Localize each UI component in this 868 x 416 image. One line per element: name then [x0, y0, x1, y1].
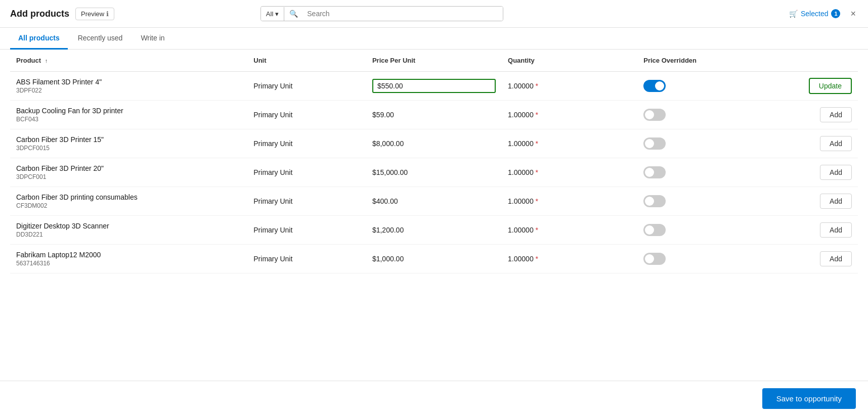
- quantity-value: 1.00000: [508, 82, 534, 90]
- override-cell: [637, 72, 756, 101]
- unit-value: Primary Unit: [253, 168, 292, 176]
- price-cell: $59.00: [366, 101, 502, 129]
- add-button[interactable]: Add: [820, 194, 852, 209]
- quantity-cell: 1.00000 *: [502, 101, 637, 129]
- col-header-price[interactable]: Price Per Unit: [366, 50, 502, 72]
- quantity-cell: 1.00000 *: [502, 158, 637, 187]
- price-override-toggle[interactable]: [643, 224, 666, 236]
- table-row: Digitizer Desktop 3D ScannerDD3D221Prima…: [10, 216, 858, 245]
- col-header-unit[interactable]: Unit: [247, 50, 366, 72]
- tab-recently-used[interactable]: Recently used: [70, 28, 131, 50]
- unit-value: Primary Unit: [253, 82, 292, 90]
- price-override-toggle[interactable]: [643, 166, 666, 178]
- required-star: *: [536, 140, 538, 148]
- quantity-value: 1.00000: [508, 168, 534, 176]
- price-cell: $1,000.00: [366, 245, 502, 273]
- product-code: CF3DM002: [16, 202, 241, 209]
- unit-cell: Primary Unit: [247, 101, 366, 129]
- product-code: BCF043: [16, 116, 241, 123]
- price-value: $59.00: [372, 111, 394, 119]
- product-code: 3DPCF0015: [16, 145, 241, 152]
- toggle-slider: [643, 195, 666, 207]
- override-cell: [637, 101, 756, 129]
- product-name: ABS Filament 3D Printer 4": [16, 78, 241, 86]
- quantity-value: 1.00000: [508, 197, 534, 205]
- toggle-slider: [643, 224, 666, 236]
- product-name: Backup Cooling Fan for 3D printer: [16, 107, 241, 115]
- table-row: Carbon Fiber 3D Printer 15"3DPCF0015Prim…: [10, 129, 858, 158]
- table-row: Carbon Fiber 3D Printer 20"3DPCF001Prima…: [10, 158, 858, 187]
- table-header-row: Product ↑ Unit Price Per Unit Quantity P…: [10, 50, 858, 72]
- save-to-opportunity-button[interactable]: Save to opportunity: [762, 388, 856, 409]
- tab-write-in[interactable]: Write in: [133, 28, 172, 50]
- product-cell: Fabrikam Laptop12 M20005637146316: [10, 245, 247, 273]
- required-star: *: [536, 255, 538, 263]
- price-override-toggle[interactable]: [643, 253, 666, 265]
- info-icon: ℹ: [106, 10, 109, 18]
- search-filter-dropdown[interactable]: All ▾: [261, 7, 284, 21]
- quantity-cell: 1.00000 *: [502, 216, 637, 245]
- action-cell: Add: [756, 187, 858, 216]
- tab-all-products[interactable]: All products: [10, 28, 68, 50]
- toggle-slider: [643, 137, 666, 150]
- action-cell: Add: [756, 158, 858, 187]
- action-cell: Add: [756, 101, 858, 129]
- unit-value: Primary Unit: [253, 111, 292, 119]
- close-button[interactable]: ×: [848, 7, 858, 21]
- price-cell: $8,000.00: [366, 129, 502, 158]
- header-right: 🛒 Selected 1 ×: [789, 7, 858, 21]
- preview-button[interactable]: Preview ℹ: [75, 8, 114, 20]
- add-button[interactable]: Add: [820, 251, 852, 266]
- unit-value: Primary Unit: [253, 226, 292, 234]
- price-override-toggle[interactable]: [643, 80, 666, 92]
- product-cell: ABS Filament 3D Printer 4"3DPF022: [10, 72, 247, 101]
- price-value: $400.00: [372, 197, 398, 205]
- override-cell: [637, 187, 756, 216]
- update-button[interactable]: Update: [809, 78, 852, 94]
- price-cell[interactable]: $550.00: [366, 72, 502, 101]
- search-input[interactable]: [303, 7, 503, 21]
- action-cell: Update: [756, 72, 858, 101]
- price-value: $1,000.00: [372, 255, 404, 263]
- required-star: *: [536, 226, 538, 234]
- quantity-value: 1.00000: [508, 255, 534, 263]
- product-cell: Digitizer Desktop 3D ScannerDD3D221: [10, 216, 247, 245]
- unit-value: Primary Unit: [253, 197, 292, 205]
- add-button[interactable]: Add: [820, 136, 852, 151]
- col-header-override[interactable]: Price Overridden: [637, 50, 756, 72]
- required-star: *: [536, 168, 538, 176]
- add-button[interactable]: Add: [820, 165, 852, 180]
- page-title: Add products: [10, 9, 69, 19]
- col-header-product[interactable]: Product ↑: [10, 50, 247, 72]
- price-override-toggle[interactable]: [643, 195, 666, 207]
- cart-icon: 🛒: [789, 10, 798, 18]
- toggle-slider: [643, 109, 666, 121]
- price-value: $1,200.00: [372, 226, 404, 234]
- price-override-toggle[interactable]: [643, 109, 666, 121]
- override-cell: [637, 129, 756, 158]
- add-button[interactable]: Add: [820, 107, 852, 122]
- required-star: *: [536, 197, 538, 205]
- unit-cell: Primary Unit: [247, 245, 366, 273]
- add-button[interactable]: Add: [820, 222, 852, 238]
- col-header-quantity[interactable]: Quantity: [502, 50, 637, 72]
- header: Add products Preview ℹ All ▾ 🔍 🛒 Selecte…: [0, 0, 868, 28]
- col-header-action: [756, 50, 858, 72]
- price-cell: $1,200.00: [366, 216, 502, 245]
- price-value: $550.00: [377, 82, 403, 90]
- override-cell: [637, 216, 756, 245]
- price-override-toggle[interactable]: [643, 137, 666, 150]
- selected-badge[interactable]: 🛒 Selected 1: [789, 9, 840, 18]
- sort-asc-icon: ↑: [45, 58, 48, 64]
- product-name: Carbon Fiber 3D Printer 15": [16, 135, 241, 144]
- product-code: DD3D221: [16, 231, 241, 238]
- footer: Save to opportunity: [0, 381, 868, 416]
- required-star: *: [536, 111, 538, 119]
- quantity-value: 1.00000: [508, 111, 534, 119]
- override-cell: [637, 158, 756, 187]
- product-name: Carbon Fiber 3D printing consumables: [16, 193, 241, 201]
- price-cell: $400.00: [366, 187, 502, 216]
- chevron-down-icon: ▾: [275, 10, 279, 18]
- price-input-active[interactable]: $550.00: [372, 79, 496, 93]
- tabs-bar: All products Recently used Write in: [0, 28, 868, 50]
